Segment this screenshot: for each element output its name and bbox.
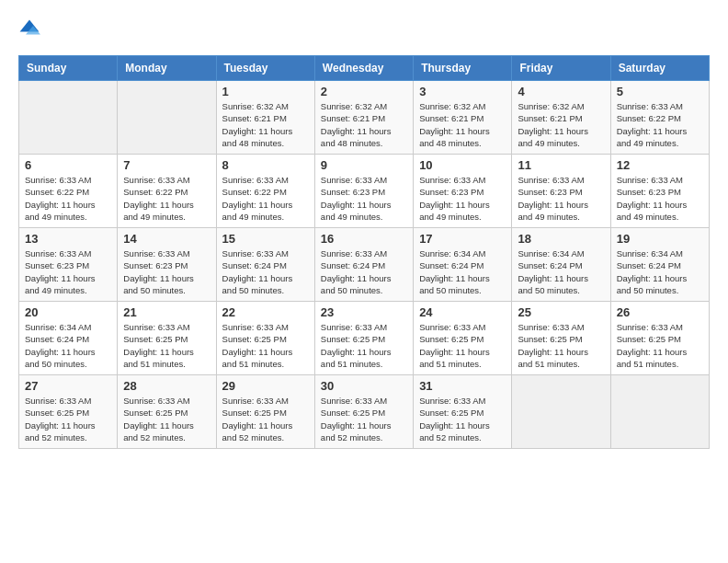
day-number: 2: [321, 85, 407, 98]
weekday-header: Sunday: [19, 56, 118, 81]
calendar-cell: 30Sunrise: 6:33 AM Sunset: 6:25 PM Dayli…: [314, 375, 413, 449]
weekday-header: Monday: [118, 56, 216, 81]
calendar-week-row: 6Sunrise: 6:33 AM Sunset: 6:22 PM Daylig…: [19, 155, 710, 228]
day-info: Sunrise: 6:33 AM Sunset: 6:22 PM Dayligh…: [123, 174, 210, 223]
calendar-cell: 25Sunrise: 6:33 AM Sunset: 6:25 PM Dayli…: [512, 302, 610, 375]
calendar-cell: 4Sunrise: 6:32 AM Sunset: 6:21 PM Daylig…: [512, 81, 610, 155]
day-number: 5: [617, 85, 703, 98]
day-number: 19: [617, 232, 703, 246]
day-number: 14: [123, 232, 210, 246]
day-info: Sunrise: 6:33 AM Sunset: 6:25 PM Dayligh…: [123, 321, 210, 370]
calendar-cell: 3Sunrise: 6:32 AM Sunset: 6:21 PM Daylig…: [414, 81, 512, 155]
calendar-cell: 1Sunrise: 6:32 AM Sunset: 6:21 PM Daylig…: [216, 81, 314, 155]
calendar-week-row: 27Sunrise: 6:33 AM Sunset: 6:25 PM Dayli…: [19, 375, 710, 449]
day-info: Sunrise: 6:34 AM Sunset: 6:24 PM Dayligh…: [617, 247, 703, 296]
day-number: 28: [123, 379, 210, 393]
calendar-cell: 20Sunrise: 6:34 AM Sunset: 6:24 PM Dayli…: [19, 302, 118, 375]
day-info: Sunrise: 6:33 AM Sunset: 6:25 PM Dayligh…: [617, 321, 703, 370]
day-number: 21: [123, 305, 210, 319]
calendar-cell: [610, 375, 709, 449]
calendar-cell: 19Sunrise: 6:34 AM Sunset: 6:24 PM Dayli…: [610, 228, 709, 302]
day-info: Sunrise: 6:33 AM Sunset: 6:23 PM Dayligh…: [617, 174, 703, 223]
day-number: 10: [419, 158, 506, 172]
day-number: 24: [419, 305, 506, 319]
logo-icon: [18, 18, 40, 40]
calendar-week-row: 1Sunrise: 6:32 AM Sunset: 6:21 PM Daylig…: [19, 81, 710, 155]
day-number: 4: [518, 85, 604, 98]
day-number: 20: [25, 305, 111, 319]
weekday-header: Saturday: [610, 56, 709, 81]
weekday-header: Friday: [512, 56, 610, 81]
calendar-cell: [512, 375, 610, 449]
day-number: 8: [222, 158, 309, 172]
calendar-cell: 22Sunrise: 6:33 AM Sunset: 6:25 PM Dayli…: [216, 302, 314, 375]
day-number: 29: [222, 379, 309, 393]
day-info: Sunrise: 6:33 AM Sunset: 6:23 PM Dayligh…: [321, 174, 407, 223]
calendar-cell: 28Sunrise: 6:33 AM Sunset: 6:25 PM Dayli…: [118, 375, 216, 449]
day-info: Sunrise: 6:33 AM Sunset: 6:22 PM Dayligh…: [617, 100, 703, 149]
day-number: 23: [321, 305, 407, 319]
day-info: Sunrise: 6:33 AM Sunset: 6:23 PM Dayligh…: [419, 174, 506, 223]
day-number: 6: [25, 158, 111, 172]
logo: [18, 18, 44, 40]
day-number: 12: [617, 158, 703, 172]
calendar-cell: 9Sunrise: 6:33 AM Sunset: 6:23 PM Daylig…: [314, 155, 413, 228]
day-info: Sunrise: 6:33 AM Sunset: 6:24 PM Dayligh…: [321, 247, 407, 296]
day-info: Sunrise: 6:33 AM Sunset: 6:22 PM Dayligh…: [222, 174, 309, 223]
calendar-cell: 7Sunrise: 6:33 AM Sunset: 6:22 PM Daylig…: [118, 155, 216, 228]
calendar-cell: [118, 81, 216, 155]
calendar-cell: [19, 81, 118, 155]
day-number: 18: [518, 232, 604, 246]
day-number: 1: [222, 85, 309, 98]
calendar-cell: 11Sunrise: 6:33 AM Sunset: 6:23 PM Dayli…: [512, 155, 610, 228]
day-info: Sunrise: 6:33 AM Sunset: 6:25 PM Dayligh…: [222, 321, 309, 370]
day-info: Sunrise: 6:33 AM Sunset: 6:23 PM Dayligh…: [518, 174, 604, 223]
day-number: 27: [25, 379, 111, 393]
calendar-cell: 31Sunrise: 6:33 AM Sunset: 6:25 PM Dayli…: [414, 375, 512, 449]
day-number: 26: [617, 305, 703, 319]
day-info: Sunrise: 6:33 AM Sunset: 6:25 PM Dayligh…: [222, 395, 309, 443]
calendar-cell: 24Sunrise: 6:33 AM Sunset: 6:25 PM Dayli…: [414, 302, 512, 375]
day-info: Sunrise: 6:34 AM Sunset: 6:24 PM Dayligh…: [419, 247, 506, 296]
calendar-cell: 26Sunrise: 6:33 AM Sunset: 6:25 PM Dayli…: [610, 302, 709, 375]
calendar-cell: 21Sunrise: 6:33 AM Sunset: 6:25 PM Dayli…: [118, 302, 216, 375]
day-info: Sunrise: 6:33 AM Sunset: 6:25 PM Dayligh…: [419, 321, 506, 370]
day-number: 31: [419, 379, 506, 393]
calendar-cell: 10Sunrise: 6:33 AM Sunset: 6:23 PM Dayli…: [414, 155, 512, 228]
day-number: 25: [518, 305, 604, 319]
calendar-cell: 5Sunrise: 6:33 AM Sunset: 6:22 PM Daylig…: [610, 81, 709, 155]
day-info: Sunrise: 6:33 AM Sunset: 6:25 PM Dayligh…: [321, 321, 407, 370]
calendar-cell: 27Sunrise: 6:33 AM Sunset: 6:25 PM Dayli…: [19, 375, 118, 449]
calendar-cell: 15Sunrise: 6:33 AM Sunset: 6:24 PM Dayli…: [216, 228, 314, 302]
day-number: 17: [419, 232, 506, 246]
calendar-cell: 2Sunrise: 6:32 AM Sunset: 6:21 PM Daylig…: [314, 81, 413, 155]
day-info: Sunrise: 6:33 AM Sunset: 6:23 PM Dayligh…: [123, 247, 210, 296]
day-info: Sunrise: 6:33 AM Sunset: 6:25 PM Dayligh…: [25, 395, 111, 443]
day-number: 22: [222, 305, 309, 319]
day-info: Sunrise: 6:33 AM Sunset: 6:25 PM Dayligh…: [321, 395, 407, 443]
day-info: Sunrise: 6:33 AM Sunset: 6:25 PM Dayligh…: [518, 321, 604, 370]
day-number: 3: [419, 85, 506, 98]
calendar-cell: 8Sunrise: 6:33 AM Sunset: 6:22 PM Daylig…: [216, 155, 314, 228]
day-info: Sunrise: 6:32 AM Sunset: 6:21 PM Dayligh…: [419, 100, 506, 149]
calendar-week-row: 13Sunrise: 6:33 AM Sunset: 6:23 PM Dayli…: [19, 228, 710, 302]
weekday-header: Wednesday: [314, 56, 413, 81]
calendar-table: SundayMondayTuesdayWednesdayThursdayFrid…: [18, 55, 710, 449]
day-info: Sunrise: 6:34 AM Sunset: 6:24 PM Dayligh…: [25, 321, 111, 370]
calendar-cell: 14Sunrise: 6:33 AM Sunset: 6:23 PM Dayli…: [118, 228, 216, 302]
calendar-cell: 13Sunrise: 6:33 AM Sunset: 6:23 PM Dayli…: [19, 228, 118, 302]
day-info: Sunrise: 6:32 AM Sunset: 6:21 PM Dayligh…: [321, 100, 407, 149]
day-info: Sunrise: 6:33 AM Sunset: 6:22 PM Dayligh…: [25, 174, 111, 223]
calendar-header-row: SundayMondayTuesdayWednesdayThursdayFrid…: [19, 56, 710, 81]
day-info: Sunrise: 6:33 AM Sunset: 6:25 PM Dayligh…: [123, 395, 210, 443]
calendar-cell: 16Sunrise: 6:33 AM Sunset: 6:24 PM Dayli…: [314, 228, 413, 302]
day-info: Sunrise: 6:32 AM Sunset: 6:21 PM Dayligh…: [518, 100, 604, 149]
weekday-header: Thursday: [414, 56, 512, 81]
day-number: 15: [222, 232, 309, 246]
day-info: Sunrise: 6:33 AM Sunset: 6:24 PM Dayligh…: [222, 247, 309, 296]
day-number: 30: [321, 379, 407, 393]
weekday-header: Tuesday: [216, 56, 314, 81]
calendar-cell: 23Sunrise: 6:33 AM Sunset: 6:25 PM Dayli…: [314, 302, 413, 375]
day-info: Sunrise: 6:33 AM Sunset: 6:25 PM Dayligh…: [419, 395, 506, 443]
day-info: Sunrise: 6:32 AM Sunset: 6:21 PM Dayligh…: [222, 100, 309, 149]
